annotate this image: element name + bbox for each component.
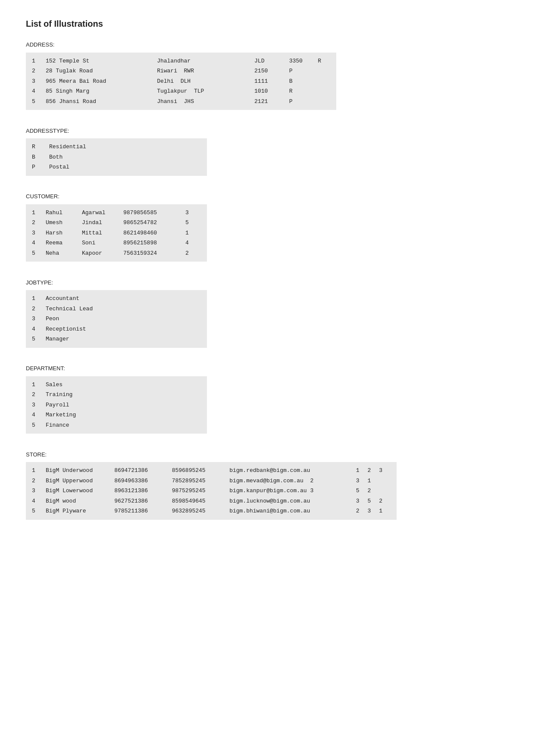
table-cell: 8694721386 (114, 465, 172, 476)
table-cell: bigm.redbank@bigm.com.au (229, 465, 356, 476)
table-cell: 1 (32, 294, 46, 304)
table-row: 1BigM Underwood86947213868596895245bigm.… (32, 465, 391, 476)
table-cell: BigM wood (46, 496, 114, 506)
table-cell: 8963121386 (114, 486, 172, 496)
table-cell: 4 (32, 238, 46, 248)
table-cell: 5 (32, 420, 46, 431)
table-cell: 8694963386 (114, 476, 172, 486)
table-row: 3Payroll (32, 400, 201, 410)
table-row: 485 Singh MargTuglakpur TLP1010R (32, 86, 330, 97)
jobtype-label: JOBTYPE: (26, 278, 509, 287)
table-cell: Jindal (82, 218, 123, 228)
table-cell: 2 (356, 506, 368, 516)
table-cell: bigm.lucknow@bigm.com.au (229, 496, 356, 506)
table-row: 5Manager (32, 334, 201, 344)
address-section: ADDRESS: 1152 Temple StJhalandharJLD3350… (26, 41, 509, 115)
table-cell: 4 (32, 496, 46, 506)
table-cell: 2 (32, 476, 46, 486)
table-cell: 3 (32, 486, 46, 496)
table-cell: Postal (49, 162, 201, 172)
table-cell: Receptionist (46, 324, 201, 334)
table-cell: R (32, 142, 49, 152)
table-cell: Finance (46, 420, 201, 431)
table-cell: 3 (356, 496, 368, 506)
table-cell: 1 (379, 506, 391, 516)
table-row: 2UmeshJindal98652547825 (32, 218, 201, 228)
table-row: 2Training (32, 390, 201, 400)
table-cell: Both (49, 152, 201, 162)
table-row: 3965 Meera Bai RoadDelhi DLH1111B (32, 76, 330, 87)
customer-table: 1RahulAgarwal987985658532UmeshJindal9865… (32, 208, 201, 259)
table-row: 2BigM Upperwood86949633867852895245bigm.… (32, 476, 391, 486)
table-cell: 1 (32, 208, 46, 218)
jobtype-section: JOBTYPE: 1Accountant2Technical Lead3Peon… (26, 278, 509, 353)
table-cell: BigM Lowerwood (46, 486, 114, 496)
table-cell: 1 (356, 465, 368, 476)
table-row: 3BigM Lowerwood89631213869875295245bigm.… (32, 486, 391, 496)
table-cell: 5 (32, 248, 46, 259)
table-cell: 5 (185, 218, 201, 228)
table-cell: Training (46, 390, 201, 400)
table-cell: 3 (32, 228, 46, 238)
table-cell: B (32, 152, 49, 162)
table-cell: 9879856585 (123, 208, 185, 218)
department-section: DEPARTMENT: 1Sales2Training3Payroll4Mark… (26, 364, 509, 438)
addresstype-section: ADDRESSTYPE: RResidentialBBothPPostal (26, 127, 509, 181)
table-row: 5Finance (32, 420, 201, 431)
addresstype-label: ADDRESSTYPE: (26, 127, 509, 135)
address-table: 1152 Temple StJhalandharJLD3350R228 Tugl… (32, 56, 330, 107)
table-cell: bigm.bhiwani@bigm.com.au (229, 506, 356, 516)
table-row: PPostal (32, 162, 201, 172)
table-cell: Peon (46, 314, 201, 324)
table-row: 5856 Jhansi RoadJhansi JHS2121P (32, 97, 330, 107)
table-cell: 1 (368, 476, 379, 486)
table-cell: 2 (32, 218, 46, 228)
table-cell: 2 (32, 390, 46, 400)
table-cell: Residential (49, 142, 201, 152)
table-cell: 8596895245 (172, 465, 230, 476)
table-cell: 3 (32, 314, 46, 324)
table-cell: Neha (46, 248, 82, 259)
table-cell: 2 (32, 304, 46, 314)
table-cell: 7852895245 (172, 476, 230, 486)
table-cell: 3 (32, 400, 46, 410)
addresstype-table-wrapper: RResidentialBBothPPostal (26, 138, 207, 176)
store-table-wrapper: 1BigM Underwood86947213868596895245bigm.… (26, 462, 397, 520)
table-cell: 9627521386 (114, 496, 172, 506)
addresstype-table: RResidentialBBothPPostal (32, 142, 201, 172)
table-cell: 9865254782 (123, 218, 185, 228)
table-cell: Technical Lead (46, 304, 201, 314)
customer-label: CUSTOMER: (26, 192, 509, 201)
table-row: 4Marketing (32, 410, 201, 420)
department-table: 1Sales2Training3Payroll4Marketing5Financ… (32, 380, 201, 431)
table-cell: 4 (32, 410, 46, 420)
table-cell: 5 (32, 334, 46, 344)
table-cell: 2 (379, 496, 391, 506)
table-cell: Soni (82, 238, 123, 248)
table-cell: 3 (356, 476, 368, 486)
table-cell: BigM Upperwood (46, 476, 114, 486)
table-cell: 7563159324 (123, 248, 185, 259)
table-cell: 8598549645 (172, 496, 230, 506)
customer-section: CUSTOMER: 1RahulAgarwal987985658532Umesh… (26, 192, 509, 266)
table-cell: BigM Underwood (46, 465, 114, 476)
table-cell: 5 (356, 486, 368, 496)
table-cell: 9632895245 (172, 506, 230, 516)
table-cell: 5 (368, 496, 379, 506)
table-cell: Manager (46, 334, 201, 344)
table-cell: Payroll (46, 400, 201, 410)
table-row: RResidential (32, 142, 201, 152)
table-cell: 4 (32, 324, 46, 334)
table-row: 1152 Temple StJhalandharJLD3350R (32, 56, 330, 66)
table-row: 228 Tuglak RoadRiwari RWR2150P (32, 66, 330, 76)
table-cell: Agarwal (82, 208, 123, 218)
table-cell: Accountant (46, 294, 201, 304)
table-row: 3HarshMittal86214984601 (32, 228, 201, 238)
store-table: 1BigM Underwood86947213868596895245bigm.… (32, 465, 391, 516)
table-row: 1Sales (32, 380, 201, 390)
table-cell: 3 (185, 208, 201, 218)
table-cell: 3 (379, 465, 391, 476)
table-cell: 1 (32, 465, 46, 476)
table-cell: Rahul (46, 208, 82, 218)
table-cell: 1 (32, 380, 46, 390)
